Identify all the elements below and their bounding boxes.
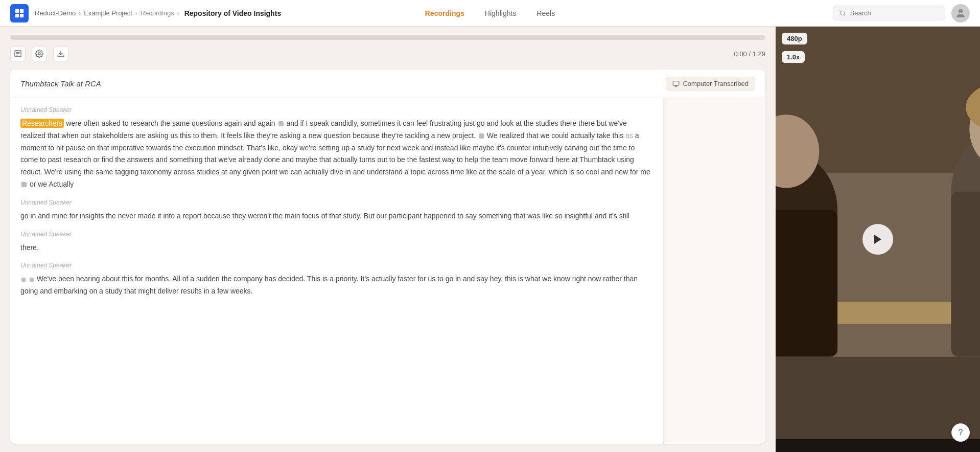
breadcrumb-recordings: Recordings (141, 9, 174, 17)
transcript-text-column[interactable]: Unnamed Speaker Researchers were often a… (10, 98, 663, 444)
transcript-segment-3: there. (20, 242, 653, 254)
inline-block-3 (21, 182, 27, 187)
speaker-label-3: Unnamed Speaker (20, 231, 653, 238)
speaker-label-1: Unnamed Speaker (20, 106, 653, 114)
breadcrumb-sep-3: › (177, 10, 179, 17)
player-controls: 0:00 / 1:29 (10, 46, 765, 61)
transcript-segment-2: go in and mine for insights the never ma… (20, 210, 653, 222)
transcript-card: Thumbtack Talk at RCA Computer Transcrib… (10, 70, 765, 444)
breadcrumb-reduct-demo[interactable]: Reduct-Demo (35, 9, 76, 17)
search-icon (839, 10, 846, 17)
breadcrumb-sep-1: › (79, 10, 81, 17)
inline-block-2 (479, 133, 484, 139)
speed-badge[interactable]: 1.0x (782, 51, 805, 63)
quality-badge[interactable]: 480p (782, 33, 807, 44)
transcript-title: Thumbtack Talk at RCA (20, 79, 101, 88)
tab-highlights[interactable]: Highlights (477, 6, 524, 20)
breadcrumb-sep-2: › (135, 10, 137, 17)
transcript-segment-4: We've been hearing about this for months… (20, 273, 653, 298)
breadcrumb: Reduct-Demo › Example Project › Recordin… (35, 9, 281, 17)
video-panel: 480p 1.0x (776, 27, 980, 452)
search-bar[interactable] (833, 6, 945, 20)
highlight-researchers: Researchers (20, 119, 64, 128)
svg-rect-3 (20, 13, 24, 17)
svg-rect-28 (776, 439, 980, 452)
avatar[interactable] (951, 4, 970, 22)
inline-block-5 (30, 278, 34, 282)
video-progress-bar[interactable] (10, 35, 765, 40)
left-panel: 0:00 / 1:29 Thumbtack Talk at RCA Comput… (0, 27, 776, 452)
play-button[interactable] (862, 224, 893, 255)
app-logo (10, 4, 29, 22)
svg-point-5 (959, 9, 963, 13)
transcript-button[interactable] (10, 46, 26, 61)
transcript-header: Thumbtack Talk at RCA Computer Transcrib… (10, 70, 765, 98)
play-icon (872, 233, 884, 245)
inline-block-4 (21, 278, 26, 282)
svg-rect-1 (20, 9, 24, 12)
speaker-label-4: Unnamed Speaker (20, 262, 653, 269)
speaker-label-2: Unnamed Speaker (20, 199, 653, 206)
video-scene (776, 27, 980, 452)
svg-point-4 (841, 11, 845, 15)
tab-reels[interactable]: Reels (528, 6, 563, 20)
help-button[interactable]: ? (951, 423, 970, 442)
inline-block-1 (278, 121, 284, 126)
tab-recordings[interactable]: Recordings (417, 6, 473, 20)
app-title: Repository of Video Insights (184, 9, 282, 17)
nav-right (833, 4, 970, 22)
top-navigation: Reduct-Demo › Example Project › Recordin… (0, 0, 980, 27)
svg-rect-12 (673, 81, 680, 85)
transcript-body: Unnamed Speaker Researchers were often a… (10, 98, 765, 444)
time-display: 0:00 / 1:29 (734, 50, 765, 58)
transcript-sidebar (663, 98, 765, 444)
transcript-segment-1: Researchers were often asked to research… (20, 118, 653, 191)
computer-transcribed-badge: Computer Transcribed (666, 77, 755, 91)
svg-rect-0 (15, 9, 19, 12)
computer-transcribed-label: Computer Transcribed (683, 80, 749, 87)
monitor-icon (672, 80, 680, 87)
download-button[interactable] (53, 46, 68, 61)
settings-button[interactable] (32, 46, 47, 61)
search-input[interactable] (850, 9, 939, 17)
main-content: 0:00 / 1:29 Thumbtack Talk at RCA Comput… (0, 27, 980, 452)
nav-tabs: Recordings Highlights Reels (417, 6, 563, 20)
svg-rect-2 (15, 13, 19, 17)
breadcrumb-example-project[interactable]: Example Project (84, 9, 132, 17)
svg-point-10 (38, 53, 40, 55)
svg-marker-30 (874, 235, 881, 244)
